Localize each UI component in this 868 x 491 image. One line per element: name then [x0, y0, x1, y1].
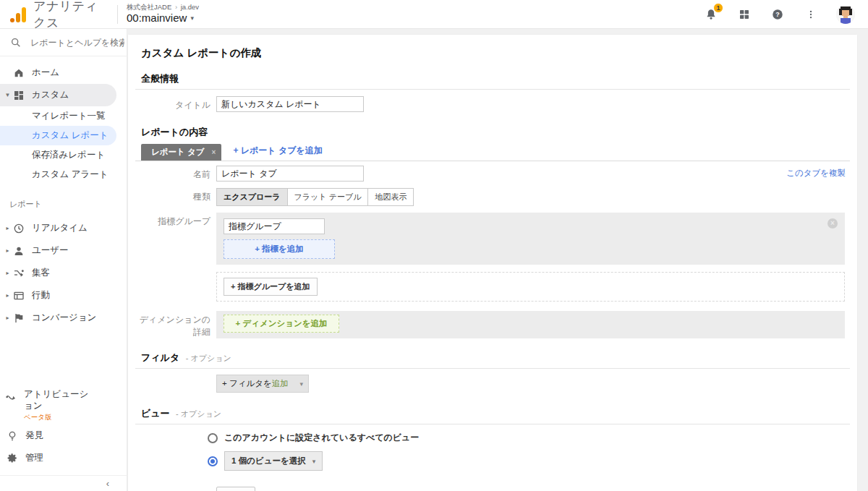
chevron-down-icon: ▾	[312, 458, 316, 465]
view-optional-label: - オプション	[176, 409, 221, 418]
account-breadcrumb: 株式会社JADE › ja.dev 00:mainview ▾	[127, 4, 199, 24]
metric-group-name-input[interactable]	[224, 218, 325, 234]
analytics-logo-icon	[10, 7, 26, 22]
search-icon	[10, 37, 22, 48]
customization-icon	[13, 90, 25, 101]
type-flat-table-button[interactable]: フラット テーブル	[287, 188, 369, 206]
sidebar-item-attribution[interactable]: アトリビューション ベータ版	[0, 384, 127, 424]
svg-text:?: ?	[775, 11, 780, 18]
filter-optional-label: - オプション	[186, 354, 231, 362]
person-icon	[13, 245, 25, 257]
notifications-button[interactable]: 1	[703, 7, 719, 22]
attribution-icon	[5, 393, 17, 404]
section-general-info: 全般情報	[141, 73, 179, 84]
kebab-menu-icon	[806, 9, 816, 20]
radio-select-views[interactable]	[208, 456, 218, 466]
expand-arrow-icon[interactable]: ▸	[4, 315, 12, 321]
view-select-dropdown[interactable]: 1 個のビューを選択 ▾	[224, 451, 323, 471]
avatar-image	[836, 5, 855, 24]
type-explorer-button[interactable]: エクスプローラ	[216, 188, 288, 206]
breadcrumb-property[interactable]: ja.dev	[181, 3, 199, 11]
expand-arrow-icon[interactable]: ▸	[4, 247, 12, 254]
lightbulb-icon	[7, 430, 18, 442]
sidebar-item-realtime[interactable]: ▸ リアルタイム	[0, 217, 116, 239]
search-bar[interactable]	[0, 29, 127, 56]
title-label: タイトル	[135, 96, 216, 112]
sidebar-item-conversions[interactable]: ▸ コンバージョン	[0, 307, 116, 329]
report-title-input[interactable]	[216, 96, 364, 112]
sidebar-item-discover[interactable]: 発見	[0, 424, 116, 447]
sidebar-item-custom-reports[interactable]: カスタム レポート	[0, 126, 116, 145]
save-button[interactable]: 保存	[216, 487, 255, 491]
metric-group-label: 指標グループ	[135, 213, 216, 265]
view-selector-label: 00:mainview	[127, 12, 187, 24]
sidebar-section-reports: レポート	[0, 184, 127, 217]
dimension-panel: + ディメンションを追加	[216, 311, 845, 338]
clock-icon	[13, 223, 25, 234]
behavior-icon	[13, 290, 25, 302]
collapse-arrow-icon[interactable]: ▼	[4, 92, 12, 98]
name-label: 名前	[135, 166, 216, 182]
type-label: 種類	[135, 188, 216, 206]
chevron-down-icon: ▾	[299, 380, 303, 388]
help-button[interactable]: ?	[770, 7, 786, 22]
expand-arrow-icon[interactable]: ▸	[4, 270, 12, 276]
sidebar-item-audience[interactable]: ▸ ユーザー	[0, 239, 116, 262]
breadcrumb-account[interactable]: 株式会社JADE	[127, 3, 171, 11]
add-dimension-button[interactable]: + ディメンションを追加	[224, 315, 339, 333]
product-name: アナリティクス	[33, 0, 109, 31]
view-selector[interactable]: 00:mainview ▾	[127, 12, 199, 24]
expand-arrow-icon[interactable]: ▸	[4, 292, 12, 299]
beta-badge: ベータ版	[24, 413, 90, 422]
analytics-logo[interactable]: アナリティクス	[0, 0, 109, 31]
sidebar-item-custom[interactable]: ▼ カスタム	[0, 84, 116, 106]
notification-badge: 1	[713, 3, 723, 13]
gear-icon	[7, 453, 18, 464]
section-report-content: レポートの内容	[141, 127, 208, 137]
expand-arrow-icon[interactable]: ▸	[4, 225, 12, 231]
sidebar-item-my-reports[interactable]: マイレポート一覧	[0, 106, 116, 126]
acquisition-icon	[13, 268, 25, 279]
add-metric-group-button[interactable]: + 指標グループを追加	[224, 278, 318, 296]
sidebar-item-custom-alerts[interactable]: カスタム アラート	[0, 165, 116, 184]
type-map-button[interactable]: 地図表示	[367, 188, 414, 206]
radio-all-views[interactable]	[208, 433, 218, 443]
sidebar-item-admin[interactable]: 管理	[0, 447, 116, 469]
add-report-tab-link[interactable]: + レポート タブを追加	[233, 145, 322, 161]
apps-button[interactable]	[736, 7, 752, 22]
collapse-chevron-icon: ‹	[106, 478, 109, 489]
tab-name-input[interactable]	[216, 166, 364, 182]
sidebar-item-saved-reports[interactable]: 保存済みレポート	[0, 145, 116, 165]
report-tab[interactable]: レポート タブ ×	[141, 144, 221, 161]
add-filter-dropdown[interactable]: + フィルタを追加 ▾	[216, 375, 309, 393]
dimension-label: ディメンションの詳細	[135, 311, 216, 338]
user-avatar[interactable]	[836, 5, 855, 24]
remove-metric-group-icon[interactable]: ×	[827, 218, 838, 229]
report-type-segment: エクスプローラ フラット テーブル 地図表示	[216, 188, 414, 206]
page-title: カスタム レポートの作成	[135, 46, 850, 60]
section-view: ビュー	[141, 408, 170, 419]
sidebar-item-label: ホーム	[32, 67, 59, 79]
flag-icon	[13, 312, 25, 324]
duplicate-tab-link[interactable]: このタブを複製	[786, 168, 846, 179]
breadcrumb-separator: ›	[175, 3, 177, 11]
sidebar-item-behavior[interactable]: ▸ 行動	[0, 284, 116, 307]
report-tab-bar: レポート タブ × + レポート タブを追加	[135, 144, 850, 161]
main-area: カスタム レポートの作成 全般情報 タイトル レポートの内容 レポート タブ ×…	[127, 29, 868, 491]
app-header: アナリティクス 株式会社JADE › ja.dev 00:mainview ▾ …	[0, 0, 868, 29]
sidebar-item-acquisition[interactable]: ▸ 集客	[0, 262, 116, 284]
radio-all-views-label: このアカウントに設定されているすべてのビュー	[224, 432, 419, 444]
chevron-down-icon: ▾	[190, 14, 194, 22]
sidebar-item-label: アトリビューション	[24, 388, 90, 412]
header-divider	[117, 5, 118, 24]
metric-group-add-zone: + 指標グループを追加	[216, 272, 845, 302]
sidebar: ホーム ▼ カスタム マイレポート一覧 カスタム レポート 保存済みレポート カ…	[0, 29, 127, 491]
close-tab-icon[interactable]: ×	[212, 148, 216, 156]
add-metric-button[interactable]: + 指標を追加	[224, 239, 335, 259]
sidebar-item-home[interactable]: ホーム	[0, 61, 116, 84]
search-input[interactable]	[30, 38, 124, 48]
sidebar-collapse-button[interactable]: ‹	[0, 475, 127, 491]
more-options-button[interactable]	[803, 7, 819, 22]
section-filter: フィルタ	[141, 352, 179, 363]
content-card: カスタム レポートの作成 全般情報 タイトル レポートの内容 レポート タブ ×…	[128, 35, 857, 491]
